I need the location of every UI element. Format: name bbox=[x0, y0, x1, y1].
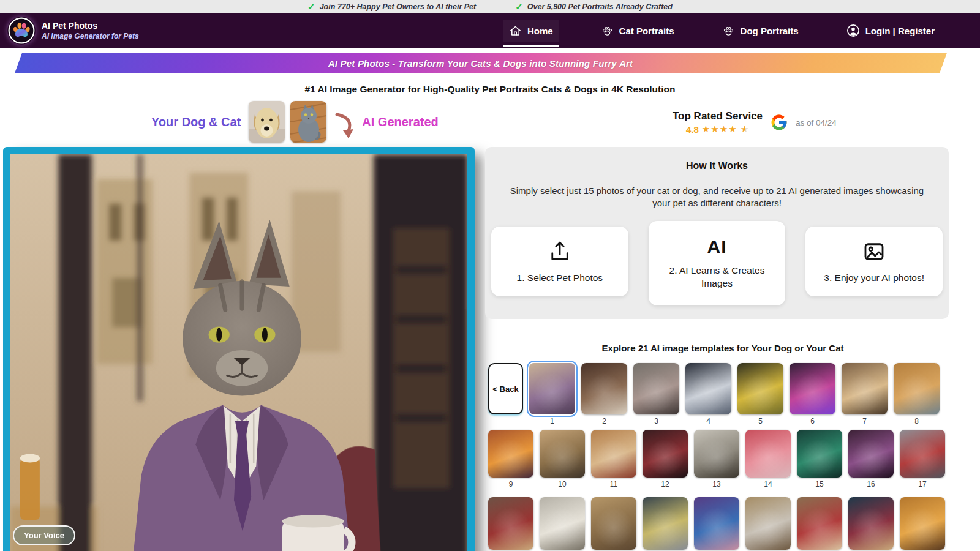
template-thumbnail[interactable] bbox=[643, 497, 688, 550]
top-banner: ✓ Join 770+ Happy Pet Owners to AI their… bbox=[0, 0, 980, 13]
template-thumbnail[interactable] bbox=[842, 363, 888, 414]
your-voice-button[interactable]: Your Voice bbox=[13, 525, 75, 545]
template-thumbnail[interactable] bbox=[529, 363, 575, 414]
nav-login-register[interactable]: Login | Register bbox=[840, 19, 941, 42]
banner-stat-portraits: ✓ Over 5,900 Pet Portraits Already Craft… bbox=[515, 1, 673, 12]
nav-cat-label: Cat Portraits bbox=[619, 26, 674, 36]
how-it-works-title: How It Works bbox=[491, 160, 943, 171]
brand-subtitle: AI Image Generator for Pets bbox=[42, 32, 139, 40]
nav-cat-portraits[interactable]: Cat Portraits bbox=[595, 20, 680, 42]
template-item: 17 bbox=[900, 430, 945, 489]
template-thumbnail[interactable] bbox=[540, 497, 585, 550]
nav-dog-label: Dog Portraits bbox=[741, 26, 799, 36]
check-icon: ✓ bbox=[515, 1, 523, 12]
template-thumbnail[interactable] bbox=[488, 430, 533, 478]
dog-photo bbox=[249, 101, 285, 143]
template-item bbox=[745, 497, 791, 551]
check-icon: ✓ bbox=[307, 1, 315, 12]
template-thumbnail[interactable] bbox=[685, 363, 731, 414]
google-icon bbox=[770, 113, 788, 132]
step-card-select-photos: 1. Select Pet Photos bbox=[491, 227, 628, 296]
before-label: Your Dog & Cat bbox=[151, 115, 241, 129]
rating-date: as of 04/24 bbox=[796, 118, 837, 127]
step-label: 1. Select Pet Photos bbox=[517, 272, 603, 284]
template-item: 16 bbox=[848, 430, 894, 489]
template-thumbnail[interactable] bbox=[737, 363, 783, 414]
template-item: 7 bbox=[842, 363, 888, 425]
template-item: 3 bbox=[633, 363, 679, 425]
generated-image-preview: Your Voice bbox=[3, 147, 475, 551]
template-thumbnail[interactable] bbox=[591, 430, 636, 478]
template-thumbnail[interactable] bbox=[900, 430, 945, 478]
template-thumbnail[interactable] bbox=[488, 497, 533, 550]
template-thumbnail[interactable] bbox=[591, 497, 636, 550]
template-number: 6 bbox=[810, 417, 815, 425]
template-number: 11 bbox=[610, 480, 617, 489]
nav-login-label: Login | Register bbox=[865, 26, 935, 36]
template-number: 7 bbox=[862, 417, 867, 425]
ai-icon: AI bbox=[707, 236, 727, 257]
templates-row-2: 9 10 11 12 bbox=[488, 430, 945, 489]
step-card-ai-creates: AI 2. AI Learns & Creates Images bbox=[649, 221, 786, 305]
template-item bbox=[694, 497, 739, 551]
photo-icon bbox=[861, 239, 887, 264]
template-thumbnail[interactable] bbox=[797, 430, 842, 478]
banner-stat-owners-text: Join 770+ Happy Pet Owners to AI their P… bbox=[320, 2, 477, 11]
before-after-row: Your Dog & Cat bbox=[151, 100, 439, 144]
template-thumbnail[interactable] bbox=[581, 363, 627, 414]
template-number: 9 bbox=[509, 480, 513, 489]
nav-home[interactable]: Home bbox=[503, 20, 559, 42]
template-number: 3 bbox=[654, 417, 658, 425]
template-thumbnail[interactable] bbox=[848, 430, 894, 478]
template-item bbox=[643, 497, 688, 551]
template-thumbnail[interactable] bbox=[745, 497, 791, 550]
template-item bbox=[591, 497, 636, 551]
template-item: 6 bbox=[790, 363, 835, 425]
template-item: 1 bbox=[529, 363, 575, 425]
template-number: 16 bbox=[867, 480, 875, 489]
template-number: 5 bbox=[758, 417, 763, 425]
template-number: 17 bbox=[918, 480, 926, 489]
template-number: 8 bbox=[914, 417, 919, 425]
template-thumbnail[interactable] bbox=[745, 430, 791, 478]
star-icons: ★★★★ bbox=[702, 124, 737, 135]
template-thumbnail[interactable] bbox=[694, 430, 739, 478]
template-thumbnail[interactable] bbox=[540, 430, 585, 478]
ribbon-text: AI Pet Photos - Transform Your Cats & Do… bbox=[328, 58, 633, 69]
rating-score: 4.8 bbox=[686, 124, 699, 135]
curved-arrow-icon bbox=[334, 111, 354, 141]
template-item bbox=[848, 497, 894, 551]
template-number: 12 bbox=[661, 480, 669, 489]
banner-stat-portraits-text: Over 5,900 Pet Portraits Already Crafted bbox=[527, 2, 673, 11]
back-button[interactable]: < Back bbox=[488, 363, 523, 414]
template-thumbnail[interactable] bbox=[848, 497, 894, 550]
how-it-works-steps: 1. Select Pet Photos AI 2. AI Learns & C… bbox=[491, 227, 943, 305]
brand-title: AI Pet Photos bbox=[42, 21, 139, 32]
half-star-icon: ★ bbox=[741, 124, 749, 135]
template-thumbnail[interactable] bbox=[894, 363, 940, 414]
template-number: 15 bbox=[815, 480, 823, 489]
banner-stat-owners: ✓ Join 770+ Happy Pet Owners to AI their… bbox=[307, 1, 476, 12]
template-item: 2 bbox=[581, 363, 627, 425]
brand-logo-block[interactable]: AI Pet Photos AI Image Generator for Pet… bbox=[7, 17, 139, 45]
nav-dog-portraits[interactable]: Dog Portraits bbox=[716, 20, 805, 42]
template-thumbnail[interactable] bbox=[694, 497, 739, 550]
gradient-ribbon: AI Pet Photos - Transform Your Cats & Do… bbox=[15, 53, 947, 73]
template-number: 4 bbox=[706, 417, 710, 425]
home-icon bbox=[509, 24, 522, 37]
template-item: 14 bbox=[745, 430, 791, 489]
template-number: 10 bbox=[558, 480, 566, 489]
rating-block: Top Rated Service 4.8 ★★★★★ as of 04/24 bbox=[673, 110, 837, 135]
template-thumbnail[interactable] bbox=[797, 497, 842, 550]
template-thumbnail[interactable] bbox=[900, 497, 945, 550]
template-item: 10 bbox=[540, 430, 585, 489]
template-thumbnail[interactable] bbox=[643, 430, 688, 478]
templates-row-1: < Back 1 2 3 bbox=[488, 363, 940, 425]
paw-logo-icon bbox=[7, 17, 36, 45]
template-item: 5 bbox=[737, 363, 783, 425]
after-label: AI Generated bbox=[362, 115, 438, 129]
template-thumbnail[interactable] bbox=[633, 363, 679, 414]
navbar: AI Pet Photos AI Image Generator for Pet… bbox=[0, 13, 980, 48]
template-thumbnail[interactable] bbox=[790, 363, 835, 414]
template-item: 9 bbox=[488, 430, 533, 489]
